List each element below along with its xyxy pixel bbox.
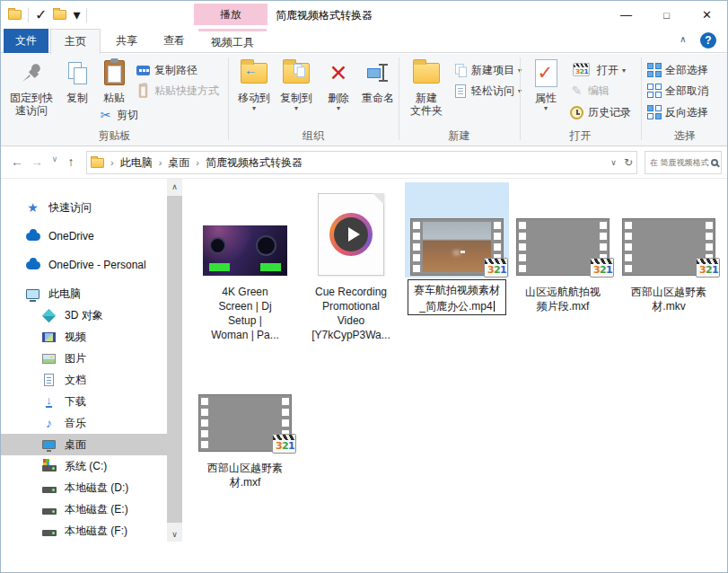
select-none-button[interactable]: 全部取消	[646, 82, 708, 100]
copy-button[interactable]: 复制	[60, 57, 94, 104]
scrollbar-thumb[interactable]	[167, 196, 182, 523]
file-item-mountain-aerial[interactable]: 321 山区远航航拍视 频片段.mxf	[511, 182, 615, 313]
new-folder-quick-icon[interactable]	[53, 10, 66, 20]
breadcrumb-current-folder[interactable]: 简鹿视频格式转换器	[206, 155, 303, 171]
copy-path-button[interactable]: 复制路径	[136, 61, 197, 79]
sidebar-item-pictures[interactable]: 图片	[1, 348, 167, 369]
sidebar-scrollbar[interactable]: ∧ ∨	[167, 179, 182, 542]
sidebar-item-desktop[interactable]: 桌面	[1, 434, 167, 455]
tab-video-tools[interactable]: 视频工具	[198, 29, 267, 53]
search-icon[interactable]	[711, 159, 718, 166]
sidebar-item-videos[interactable]: 视频	[1, 326, 167, 348]
tab-file[interactable]: 文件	[4, 29, 48, 53]
scroll-down-icon[interactable]: ∨	[167, 526, 182, 542]
new-folder-icon	[413, 57, 440, 89]
move-to-button[interactable]: ← 移动到 ▾	[233, 57, 275, 112]
dropdown-caret-icon: ▾	[252, 105, 256, 112]
recent-locations-caret-icon[interactable]: ∨	[46, 154, 64, 163]
file-item-western-mkv[interactable]: 321 西部山区越野素 材.mkv	[617, 182, 721, 313]
refresh-icon[interactable]: ↻	[624, 156, 633, 169]
new-item-button[interactable]: 新建项目 ▾	[452, 61, 522, 79]
copy-to-button[interactable]: 复制到 ▾	[276, 57, 317, 112]
cut-button[interactable]: ✂ 剪切	[98, 106, 138, 124]
select-all-button[interactable]: 全部选择	[646, 61, 708, 79]
properties-button[interactable]: ✓ 属性 ▾	[526, 57, 566, 112]
sidebar-item-documents[interactable]: 文档	[1, 369, 167, 391]
maximize-button[interactable]: □	[646, 1, 687, 29]
scroll-up-icon[interactable]: ∧	[167, 179, 182, 194]
sidebar-item-onedrive[interactable]: OneDrive	[1, 225, 167, 247]
media-player-icon: 321	[573, 63, 589, 78]
invert-selection-button[interactable]: 反向选择	[646, 103, 708, 121]
tab-home[interactable]: 主页	[50, 29, 101, 54]
video-thumbnail: 321	[622, 218, 715, 276]
properties-icon: ✓	[535, 57, 557, 89]
button-label: 移动到	[238, 92, 270, 104]
new-item-icon	[452, 63, 468, 78]
rename-input[interactable]: 赛车航拍视频素材 _简鹿办公.mp4	[408, 279, 506, 315]
sidebar-item-label: OneDrive - Personal	[48, 259, 146, 271]
sidebar-item-this-pc[interactable]: 此电脑	[1, 283, 167, 304]
file-item-western-mxf[interactable]: 321 西部山区越野素 材.mxf	[193, 358, 297, 489]
file-item-racing-aerial-selected[interactable]: 321 赛车航拍视频素材 _简鹿办公.mp4	[405, 182, 509, 315]
close-button[interactable]: ✕	[687, 1, 727, 29]
sidebar-item-label: 系统 (C:)	[65, 459, 107, 474]
pin-to-quick-access-button[interactable]: 固定到快 速访问	[4, 57, 58, 117]
address-bar[interactable]: › 此电脑 › 桌面 › 简鹿视频格式转换器 ∨ ↻	[86, 151, 637, 174]
tab-view[interactable]: 查看	[152, 29, 197, 53]
sidebar-item-music[interactable]: ♪ 音乐	[1, 412, 167, 434]
delete-button[interactable]: ✕ 删除 ▾	[320, 57, 357, 112]
divider	[86, 8, 87, 22]
video-thumbnail: 321	[198, 394, 292, 452]
sidebar-item-disk-e[interactable]: 本地磁盘 (E:)	[1, 498, 167, 520]
properties-quick-icon[interactable]: ✓	[35, 6, 47, 23]
sidebar-item-label: 快速访问	[48, 200, 92, 216]
file-item-4k-green-screen[interactable]: 4K Green Screen | Dj Setup | Woman | Pa.…	[193, 182, 297, 342]
sidebar-item-system-c[interactable]: 系统 (C:)	[1, 455, 167, 477]
cloud-icon	[25, 258, 40, 273]
rename-button[interactable]: 重命名	[356, 57, 399, 104]
new-folder-button[interactable]: 新建 文件夹	[404, 57, 449, 117]
sidebar-item-quick-access[interactable]: ★ 快速访问	[1, 197, 167, 218]
copy-path-icon	[136, 63, 151, 78]
search-box[interactable]	[645, 151, 722, 174]
select-all-icon	[646, 63, 662, 78]
navigation-bar: ← → ∨ ↑ › 此电脑 › 桌面 › 简鹿视频格式转换器 ∨ ↻	[1, 147, 727, 179]
open-button[interactable]: 321 打开 ▾	[569, 61, 626, 79]
sidebar-item-downloads[interactable]: ↓ 下载	[1, 391, 167, 412]
paste-shortcut-button[interactable]: 粘贴快捷方式	[136, 82, 219, 100]
file-item-cue-recording[interactable]: Cue Recording Promotional Video [Y7kCypP…	[299, 182, 403, 342]
up-button[interactable]: ↑	[62, 154, 80, 169]
help-icon[interactable]: ?	[700, 32, 716, 48]
paste-shortcut-icon	[136, 84, 151, 99]
explorer-window: ✓ ▾ 播放 简鹿视频格式转换器 — □ ✕ 文件 主页 共享 查看 视频工具 …	[0, 0, 728, 573]
sidebar-item-disk-d[interactable]: 本地磁盘 (D:)	[1, 477, 167, 498]
picture-icon	[41, 351, 57, 366]
kmplayer-badge-icon: 321	[272, 434, 296, 454]
drive-icon	[41, 524, 57, 539]
video-thumbnail: 321	[516, 218, 610, 276]
desert-thumbnail	[423, 222, 491, 272]
address-dropdown-caret-icon[interactable]: ∨	[610, 158, 617, 167]
sidebar-item-onedrive-personal[interactable]: OneDrive - Personal	[1, 254, 167, 276]
file-name: 西部山区越野素 材.mxf	[207, 461, 283, 489]
search-input[interactable]	[648, 157, 711, 168]
tab-share[interactable]: 共享	[103, 29, 150, 53]
edit-button[interactable]: ✎ 编辑	[569, 82, 610, 100]
forward-button[interactable]: →	[28, 154, 46, 169]
group-label-new: 新建	[399, 128, 520, 144]
history-button[interactable]: 历史记录	[569, 103, 631, 121]
breadcrumb-desktop[interactable]: 桌面	[168, 155, 189, 171]
customize-toolbar-caret-icon[interactable]: ▾	[73, 6, 80, 23]
minimize-button[interactable]: —	[606, 1, 646, 29]
sidebar-item-3d-objects[interactable]: 3D 对象	[1, 304, 167, 326]
rename-icon	[367, 57, 389, 89]
paste-button[interactable]: 粘贴	[96, 57, 132, 104]
easy-access-button[interactable]: 轻松访问 ▾	[452, 82, 522, 100]
button-label: 粘贴	[103, 92, 125, 104]
pin-icon	[20, 57, 43, 89]
collapse-ribbon-icon[interactable]: ∧	[675, 34, 691, 44]
back-button[interactable]: ←	[8, 154, 26, 169]
breadcrumb-this-pc[interactable]: 此电脑	[120, 155, 153, 171]
sidebar-item-disk-f[interactable]: 本地磁盘 (F:)	[1, 520, 167, 542]
